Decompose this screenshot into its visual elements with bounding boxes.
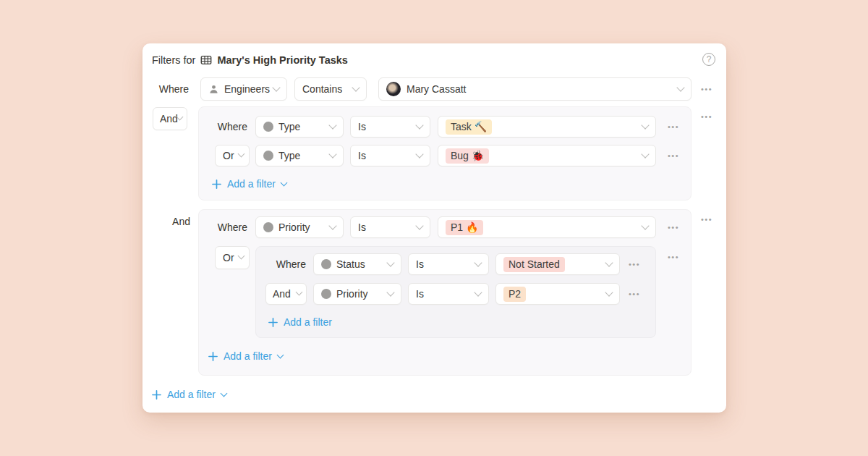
nested-row1-value-select[interactable]: Not Started [495, 253, 620, 275]
filters-for-label: Filters for [152, 54, 195, 66]
database-title: Mary's High Priority Tasks [217, 54, 347, 66]
nested-row1-menu-button[interactable]: ••• [621, 253, 647, 275]
ellipsis-icon: ••• [701, 85, 712, 93]
value-tag: Task 🔨 [446, 119, 492, 135]
avatar [386, 82, 401, 96]
group2-add-filter-button[interactable]: Add a filter [208, 350, 283, 362]
nested-row1-where-label: Where [256, 253, 306, 275]
group1-row1-operator-label: Is [358, 121, 366, 132]
plus-icon [268, 318, 278, 327]
select-property-icon [321, 259, 331, 269]
plus-icon [152, 390, 161, 400]
nested-connector-select[interactable]: Or [215, 246, 250, 269]
chevron-down-icon [328, 121, 336, 129]
group1-row2-value-select[interactable]: Bug 🐞 [438, 145, 656, 166]
group1-row2-connector-select[interactable]: Or [215, 145, 250, 166]
group1-row2-menu-button[interactable]: ••• [660, 145, 686, 166]
chevron-down-icon [328, 150, 336, 158]
filter-group-2: Where Priority Is P1 🔥 ••• Or [198, 209, 692, 376]
top-filter-menu-button[interactable]: ••• [694, 77, 720, 101]
chevron-down-icon [280, 180, 287, 187]
panel-header: Filters for Mary's High Priority Tasks [152, 52, 348, 68]
chevron-down-icon [386, 258, 394, 266]
chevron-down-icon [238, 253, 245, 260]
chevron-down-icon [352, 83, 359, 91]
chevron-down-icon [641, 121, 649, 129]
add-filter-label: Add a filter [224, 350, 272, 362]
top-filter-property-select[interactable]: Engineers [200, 77, 287, 101]
top-filter-operator-label: Contains [302, 83, 342, 95]
group1-menu-button[interactable]: ••• [694, 111, 720, 122]
group2-row1-where-label: Where [199, 216, 247, 238]
database-icon [200, 54, 212, 66]
ellipsis-icon: ••• [668, 253, 679, 261]
chevron-down-icon [676, 83, 684, 91]
nested-row2-property-select[interactable]: Priority [313, 283, 401, 305]
group1-row1-property-select[interactable]: Type [255, 116, 344, 138]
group2-row1-operator-select[interactable]: Is [350, 216, 430, 238]
top-filter-value-select[interactable]: Mary Cassatt [378, 77, 692, 101]
group2-row1-value-select[interactable]: P1 🔥 [438, 216, 656, 238]
top-filter-property-label: Engineers [224, 83, 270, 95]
chevron-down-icon [328, 221, 336, 229]
top-filter-operator-select[interactable]: Contains [294, 77, 367, 101]
value-tag: Bug 🐞 [446, 148, 489, 164]
select-property-icon [263, 222, 273, 232]
chevron-down-icon [605, 288, 613, 296]
card-add-filter-button[interactable]: Add a filter [152, 389, 226, 400]
value-tag: Not Started [503, 257, 565, 272]
nested-row1-operator-label: Is [416, 258, 424, 270]
group2-menu-button[interactable]: ••• [694, 214, 720, 225]
nested-row2-property-label: Priority [336, 288, 368, 300]
nested-row1-operator-select[interactable]: Is [408, 253, 489, 275]
top-filter-where-label: Where [142, 77, 189, 101]
group1-row1-value-select[interactable]: Task 🔨 [438, 116, 656, 138]
nested-filter-group: Where Status Is Not Started ••• [255, 246, 656, 338]
nested-add-filter-button[interactable]: Add a filter [268, 316, 332, 328]
nested-row2-connector-select[interactable]: And [265, 283, 307, 305]
group1-add-filter-button[interactable]: Add a filter [212, 178, 286, 190]
ellipsis-icon: ••• [629, 290, 640, 298]
top-filter-value-label: Mary Cassatt [407, 83, 466, 95]
group1-row2-property-select[interactable]: Type [255, 145, 344, 166]
filters-panel: Filters for Mary's High Priority Tasks ?… [142, 43, 726, 413]
chevron-down-icon [296, 289, 303, 296]
group1-row1-property-label: Type [278, 121, 300, 132]
nested-group-menu-button[interactable]: ••• [660, 251, 686, 263]
group2-row1-property-select[interactable]: Priority [255, 216, 344, 238]
nested-row2-operator-select[interactable]: Is [408, 283, 489, 305]
plus-icon [208, 352, 218, 361]
chevron-down-icon [238, 151, 245, 158]
group2-connector-label: And [142, 214, 190, 229]
help-icon[interactable]: ? [702, 53, 715, 66]
chevron-down-icon [276, 352, 284, 359]
group2-row1-operator-label: Is [358, 221, 366, 233]
group1-row2-operator-select[interactable]: Is [350, 145, 430, 166]
chevron-down-icon [220, 390, 227, 397]
select-property-icon [321, 289, 331, 299]
page-background: Filters for Mary's High Priority Tasks ?… [0, 0, 868, 456]
nested-row2-operator-label: Is [416, 288, 424, 300]
nested-row1-property-select[interactable]: Status [313, 253, 401, 275]
chevron-down-icon [386, 288, 394, 296]
add-filter-label: Add a filter [284, 316, 332, 328]
group1-row1-menu-button[interactable]: ••• [660, 116, 686, 138]
chevron-down-icon [415, 221, 423, 229]
group1-row2-connector-label: Or [223, 150, 234, 161]
group1-row1-where-label: Where [199, 116, 247, 138]
value-tag: P1 🔥 [446, 220, 483, 235]
group1-connector-select[interactable]: And [153, 107, 187, 130]
chevron-down-icon [605, 258, 613, 266]
group2-row1-menu-button[interactable]: ••• [660, 216, 686, 238]
nested-connector-label: Or [223, 252, 234, 263]
chevron-down-icon [272, 83, 280, 91]
select-property-icon [263, 122, 273, 132]
person-property-icon [208, 84, 219, 95]
group1-row1-operator-select[interactable]: Is [350, 116, 430, 138]
value-tag: P2 [503, 287, 526, 302]
group1-connector-label: And [160, 113, 178, 124]
chevron-down-icon [641, 150, 649, 158]
nested-row2-menu-button[interactable]: ••• [621, 283, 647, 305]
ellipsis-icon: ••• [668, 122, 679, 131]
nested-row2-value-select[interactable]: P2 [495, 283, 620, 305]
